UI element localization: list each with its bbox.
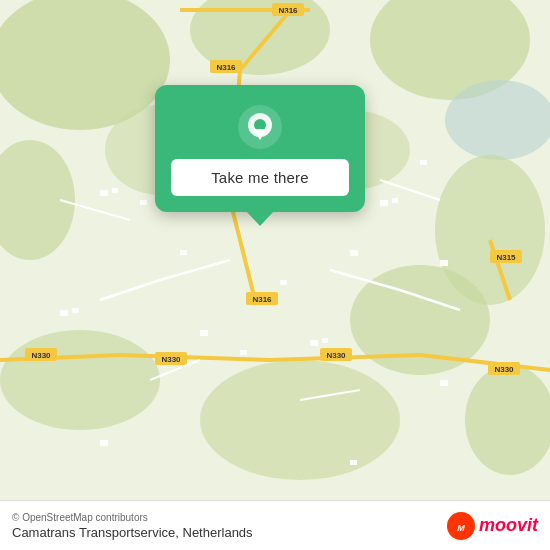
moovit-logo: M moovit	[447, 512, 538, 540]
location-title: Camatrans Transportservice, Netherlands	[12, 525, 439, 540]
moovit-icon: M	[447, 512, 475, 540]
svg-text:N316: N316	[216, 63, 236, 72]
svg-rect-14	[112, 188, 118, 193]
svg-text:N330: N330	[494, 365, 514, 374]
svg-rect-18	[60, 310, 68, 316]
svg-rect-29	[100, 440, 108, 446]
svg-point-4	[445, 80, 550, 160]
svg-text:N330: N330	[326, 351, 346, 360]
svg-rect-23	[322, 338, 328, 343]
location-popup: Take me there	[155, 85, 365, 212]
svg-rect-16	[380, 200, 388, 206]
svg-rect-24	[180, 250, 187, 255]
svg-rect-15	[140, 200, 147, 205]
pin-icon	[238, 105, 282, 149]
map-container: N316 N316 N316 N315 N330 N330 N330 N330	[0, 0, 550, 500]
svg-text:N330: N330	[161, 355, 181, 364]
svg-point-9	[200, 360, 400, 480]
svg-text:M: M	[457, 523, 465, 533]
svg-rect-20	[200, 330, 208, 336]
moovit-text: moovit	[479, 515, 538, 536]
svg-rect-19	[72, 308, 79, 313]
svg-text:N330: N330	[31, 351, 51, 360]
svg-text:N316: N316	[252, 295, 272, 304]
svg-rect-28	[280, 280, 287, 285]
svg-rect-25	[440, 260, 448, 266]
svg-text:N315: N315	[496, 253, 516, 262]
copyright-text: © OpenStreetMap contributors	[12, 512, 439, 523]
svg-rect-22	[310, 340, 318, 346]
svg-rect-13	[100, 190, 108, 196]
svg-rect-17	[392, 198, 398, 203]
svg-rect-21	[240, 350, 247, 355]
svg-rect-31	[440, 380, 448, 386]
svg-rect-27	[350, 250, 358, 256]
bottom-bar: © OpenStreetMap contributors Camatrans T…	[0, 500, 550, 550]
take-me-there-button[interactable]: Take me there	[171, 159, 349, 196]
svg-rect-26	[420, 160, 427, 165]
svg-point-8	[0, 330, 160, 430]
svg-rect-30	[350, 460, 357, 465]
